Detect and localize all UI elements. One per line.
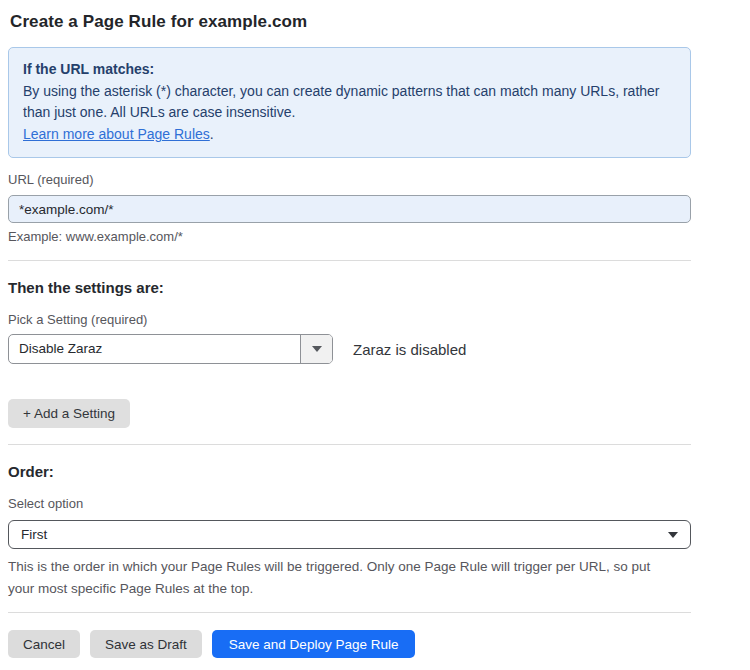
url-input[interactable] xyxy=(8,195,691,223)
divider xyxy=(8,444,691,445)
page-title: Create a Page Rule for example.com xyxy=(10,12,691,32)
page-rule-form: Create a Page Rule for example.com If th… xyxy=(0,0,750,658)
setting-dropdown[interactable]: Disable Zaraz xyxy=(8,334,333,364)
save-and-deploy-button[interactable]: Save and Deploy Page Rule xyxy=(212,630,416,658)
divider xyxy=(8,260,691,261)
form-actions: Cancel Save as Draft Save and Deploy Pag… xyxy=(8,630,691,658)
info-box-link-line: Learn more about Page Rules. xyxy=(23,124,676,145)
cancel-button[interactable]: Cancel xyxy=(8,630,80,658)
url-match-info-box: If the URL matches: By using the asteris… xyxy=(8,47,691,158)
setting-dropdown-arrow-button[interactable] xyxy=(300,335,332,363)
settings-section-heading: Then the settings are: xyxy=(8,279,691,296)
add-setting-button[interactable]: + Add a Setting xyxy=(8,399,130,428)
order-select[interactable]: First xyxy=(8,520,691,549)
url-field-label: URL (required) xyxy=(8,172,691,187)
order-select-value: First xyxy=(21,527,47,542)
caret-down-icon xyxy=(668,532,678,538)
url-example-text: Example: www.example.com/* xyxy=(8,229,691,244)
save-as-draft-button[interactable]: Save as Draft xyxy=(90,630,202,658)
divider xyxy=(8,612,691,613)
order-select-label: Select option xyxy=(8,496,691,511)
setting-row: Disable Zaraz Zaraz is disabled xyxy=(8,334,691,364)
setting-status-text: Zaraz is disabled xyxy=(353,341,466,358)
order-section-heading: Order: xyxy=(8,463,691,480)
pick-setting-label: Pick a Setting (required) xyxy=(8,312,691,327)
info-box-heading: If the URL matches: xyxy=(23,59,676,80)
learn-more-link[interactable]: Learn more about Page Rules xyxy=(23,126,210,142)
setting-dropdown-value: Disable Zaraz xyxy=(9,335,300,363)
caret-down-icon xyxy=(312,346,322,352)
info-box-body: By using the asterisk (*) character, you… xyxy=(23,81,676,123)
order-help-text: This is the order in which your Page Rul… xyxy=(8,556,680,600)
link-suffix: . xyxy=(210,126,214,142)
